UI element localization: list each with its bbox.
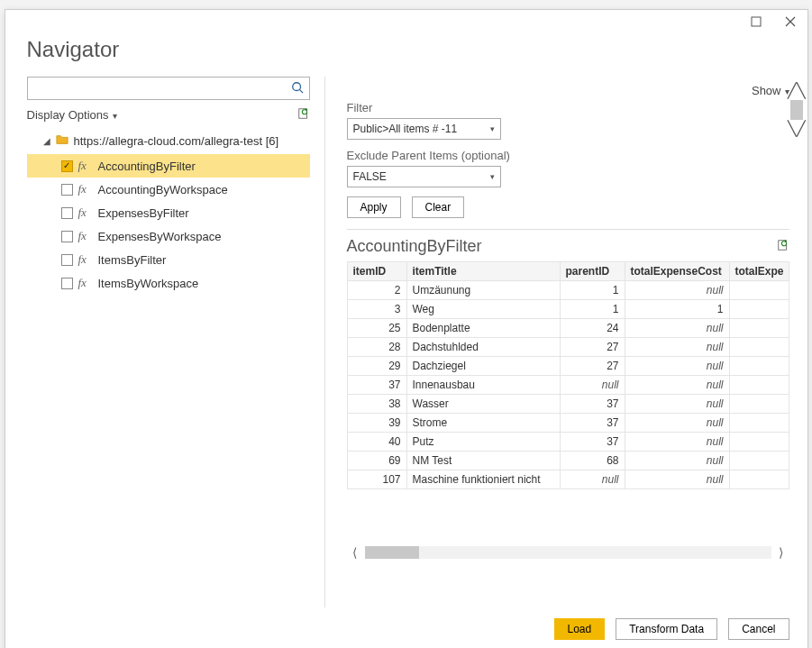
svg-line-4 [299, 89, 303, 93]
cell-parentid: 37 [560, 433, 625, 452]
clear-button[interactable]: Clear [412, 196, 465, 218]
chevron-down-icon: ▾ [490, 172, 495, 181]
search-icon[interactable] [291, 81, 304, 96]
scrollbar-thumb[interactable] [365, 546, 419, 559]
left-pane: Display Options ◢ https://allegra-cloud.… [5, 77, 325, 607]
param-buttons: Apply Clear [347, 196, 789, 218]
column-header[interactable]: totalExpenseCost [625, 262, 729, 281]
search-input[interactable] [33, 82, 291, 96]
filter-value: Public>All items # -11 [353, 123, 458, 135]
display-options-dropdown[interactable]: Display Options [27, 108, 117, 122]
cell-parentid: 27 [560, 357, 625, 376]
cell-itemtitle: Strome [406, 414, 560, 433]
cell-truncated [729, 395, 789, 414]
cell-itemid: 28 [347, 338, 406, 357]
table-row[interactable]: 2Umzäunung1null [347, 281, 789, 300]
maximize-button[interactable] [750, 15, 762, 28]
column-header[interactable]: itemID [347, 262, 406, 281]
preview-refresh-icon[interactable] [777, 239, 789, 254]
tree-item-itemsbyfilter[interactable]: fxItemsByFilter [27, 248, 310, 271]
cell-truncated [729, 319, 789, 338]
vertical-scrollbar[interactable]: ╱╲ ╲╱ [789, 84, 804, 136]
cell-itemid: 38 [347, 395, 406, 414]
table-row[interactable]: 28Dachstuhlded27null [347, 338, 789, 357]
checkbox[interactable] [61, 207, 73, 219]
scrollbar-thumb[interactable] [790, 100, 803, 120]
column-header[interactable]: totalExpe [729, 262, 789, 281]
table-row[interactable]: 25Bodenplatte24null [347, 319, 789, 338]
cancel-button[interactable]: Cancel [728, 618, 789, 640]
tree-item-itemsbyworkspace[interactable]: fxItemsByWorkspace [27, 271, 310, 295]
cell-itemid: 25 [347, 319, 406, 338]
cell-totalexpensecost: null [625, 395, 729, 414]
cell-truncated [729, 414, 789, 433]
filter-label: Filter [347, 101, 789, 114]
exclude-dropdown[interactable]: FALSE ▾ [347, 166, 501, 187]
cell-parentid: 37 [560, 414, 625, 433]
load-button[interactable]: Load [554, 618, 606, 640]
cell-parentid: 27 [560, 338, 625, 357]
cell-itemtitle: Wasser [406, 395, 560, 414]
checkbox[interactable] [61, 184, 73, 196]
cell-totalexpensecost: null [625, 338, 729, 357]
checkbox[interactable] [61, 254, 73, 266]
tree-item-label: AccountingByFilter [98, 160, 196, 173]
show-dropdown[interactable]: Show [752, 84, 789, 97]
apply-button[interactable]: Apply [347, 196, 401, 218]
tree-item-accountingbyworkspace[interactable]: fxAccountingByWorkspace [27, 178, 310, 201]
search-box[interactable] [27, 77, 310, 100]
collapse-icon[interactable]: ◢ [43, 136, 50, 146]
table-row[interactable]: 29Dachziegel27null [347, 357, 789, 376]
scroll-up-icon[interactable]: ╱╲ [788, 84, 806, 98]
exclude-label: Exclude Parent Items (optional) [347, 149, 789, 162]
right-top-row: Show [347, 84, 789, 97]
cell-parentid: 1 [560, 281, 625, 300]
cell-totalexpensecost: null [625, 414, 729, 433]
cell-truncated [729, 376, 789, 395]
cell-truncated [729, 452, 789, 470]
tree-root[interactable]: ◢ https://allegra-cloud.com/allegra-test… [27, 130, 310, 152]
checkbox[interactable]: ✓ [61, 160, 73, 172]
column-header[interactable]: itemTitle [406, 262, 560, 281]
cell-parentid: 1 [560, 300, 625, 319]
function-icon: fx [78, 229, 93, 243]
cell-truncated [729, 470, 789, 489]
filter-dropdown[interactable]: Public>All items # -11 ▾ [347, 118, 501, 140]
cell-parentid: null [560, 470, 625, 489]
cell-totalexpensecost: null [625, 452, 729, 470]
table-row[interactable]: 69NM Test68null [347, 452, 789, 470]
cell-itemid: 39 [347, 414, 406, 433]
cell-totalexpensecost: null [625, 281, 729, 300]
cell-truncated [729, 357, 789, 376]
checkbox[interactable] [61, 231, 73, 242]
tree-item-accountingbyfilter[interactable]: ✓fxAccountingByFilter [27, 154, 310, 178]
table-row[interactable]: 37Innenausbaunullnull [347, 376, 789, 395]
table-row[interactable]: 107Maschine funktioniert nichtnullnull [347, 470, 789, 489]
svg-point-3 [292, 82, 300, 90]
column-header[interactable]: parentID [560, 262, 625, 281]
cell-totalexpensecost: 1 [625, 300, 729, 319]
tree-item-label: ExpensesByWorkspace [98, 230, 222, 243]
table-row[interactable]: 39Strome37null [347, 414, 789, 433]
close-button[interactable] [784, 15, 797, 28]
horizontal-scrollbar[interactable]: ⟨ ⟩ [347, 543, 789, 560]
chevron-down-icon: ▾ [490, 124, 495, 133]
exclude-param: Exclude Parent Items (optional) FALSE ▾ [347, 149, 789, 187]
tree-item-expensesbyfilter[interactable]: fxExpensesByFilter [27, 201, 310, 224]
transform-data-button[interactable]: Transform Data [616, 618, 717, 640]
scrollbar-track[interactable] [365, 546, 771, 559]
exclude-value: FALSE [353, 170, 387, 183]
scroll-down-icon[interactable]: ╲╱ [788, 122, 806, 136]
table-row[interactable]: 3Weg11 [347, 300, 789, 319]
cell-parentid: 24 [560, 319, 625, 338]
scroll-right-icon[interactable]: ⟩ [773, 545, 789, 560]
scroll-left-icon[interactable]: ⟨ [347, 545, 363, 560]
cell-parentid: 68 [560, 452, 625, 470]
checkbox[interactable] [61, 278, 73, 289]
tree-item-expensesbyworkspace[interactable]: fxExpensesByWorkspace [27, 224, 310, 248]
table-row[interactable]: 38Wasser37null [347, 395, 789, 414]
cell-itemtitle: Putz [406, 433, 560, 452]
table-row[interactable]: 40Putz37null [347, 433, 789, 452]
refresh-icon[interactable] [297, 107, 310, 123]
cell-itemtitle: Dachstuhlded [406, 338, 560, 357]
